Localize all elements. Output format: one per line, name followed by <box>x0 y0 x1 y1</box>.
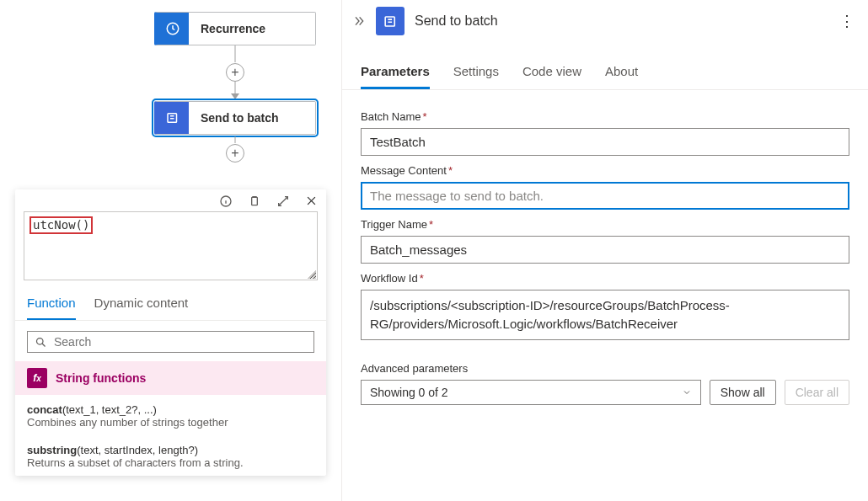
flyout-toolbar <box>15 189 326 211</box>
input-message-content[interactable]: The message to send to batch. <box>361 182 849 210</box>
label-trigger-name: Trigger Name* <box>361 218 849 231</box>
expand-icon[interactable] <box>276 195 290 208</box>
function-list: concat(text_1, text_2?, ...) Combines an… <box>15 395 326 476</box>
flyout-tabs: Function Dynamic content <box>15 287 326 321</box>
input-trigger-name[interactable]: Batch_messages <box>361 236 849 264</box>
function-item-concat[interactable]: concat(text_1, text_2?, ...) Combines an… <box>15 395 326 435</box>
label-batch-name: Batch Name* <box>361 110 849 123</box>
tab-about[interactable]: About <box>605 57 638 89</box>
search-input[interactable] <box>54 335 307 349</box>
category-string-functions[interactable]: fx String functions <box>15 361 326 395</box>
input-batch-name[interactable]: TestBatch <box>361 128 849 156</box>
add-step-button-2[interactable]: + <box>226 144 244 163</box>
search-input-wrapper[interactable] <box>27 331 314 353</box>
workflow-canvas[interactable]: Recurrence + Send to batch + <box>0 0 341 181</box>
fn-desc: Returns a subset of characters from a st… <box>27 456 314 469</box>
info-icon[interactable] <box>219 195 233 208</box>
panel-header: Send to batch ⋮ <box>342 0 868 42</box>
details-panel: Send to batch ⋮ Parameters Settings Code… <box>341 0 868 501</box>
node-label: Send to batch <box>189 111 307 125</box>
expression-flyout: utcNow() Function Dynamic content fx Str… <box>15 189 326 476</box>
label-advanced-parameters: Advanced parameters <box>361 362 849 375</box>
expression-text: utcNow() <box>29 216 93 234</box>
parameters-form: Batch Name* TestBatch Message Content* T… <box>342 90 868 405</box>
clear-all-button[interactable]: Clear all <box>785 380 849 405</box>
fn-name: substring <box>27 444 77 456</box>
svg-point-4 <box>37 338 44 344</box>
label-workflow-id: Workflow Id* <box>361 272 849 285</box>
fx-icon: fx <box>27 368 47 388</box>
tab-codeview[interactable]: Code view <box>522 57 581 89</box>
show-all-button[interactable]: Show all <box>710 380 776 405</box>
tab-dynamic-content[interactable]: Dynamic content <box>94 287 189 320</box>
arrowhead-icon <box>231 93 239 99</box>
resize-handle[interactable] <box>308 270 316 279</box>
collapse-panel-chevron-icon[interactable] <box>352 14 366 28</box>
node-label: Recurrence <box>189 22 307 35</box>
tab-function[interactable]: Function <box>27 287 76 320</box>
function-item-substring[interactable]: substring(text, startIndex, length?) Ret… <box>15 435 326 476</box>
add-step-button-1[interactable]: + <box>226 63 244 82</box>
tab-parameters[interactable]: Parameters <box>361 57 430 89</box>
advanced-dropdown[interactable]: Showing 0 of 2 <box>361 380 701 405</box>
fn-params: (text, startIndex, length?) <box>77 444 198 456</box>
clipboard-icon[interactable] <box>248 195 261 208</box>
fn-params: (text_1, text_2?, ...) <box>62 403 157 416</box>
node-recurrence[interactable]: Recurrence <box>154 12 316 45</box>
advanced-parameters-row: Showing 0 of 2 Show all Clear all <box>361 380 849 405</box>
connector-line <box>235 45 236 62</box>
svg-rect-3 <box>252 197 258 205</box>
label-message-content: Message Content* <box>361 164 849 177</box>
fn-desc: Combines any number of strings together <box>27 416 314 429</box>
expression-input[interactable]: utcNow() <box>24 211 318 280</box>
panel-title: Send to batch <box>415 13 829 29</box>
connector-line <box>235 136 236 143</box>
clock-icon <box>157 13 189 45</box>
advanced-showing: Showing 0 of 2 <box>370 386 448 399</box>
tab-settings[interactable]: Settings <box>453 57 499 89</box>
input-workflow-id[interactable]: /subscriptions/<subscription-ID>/resourc… <box>361 290 849 340</box>
search-icon <box>35 336 47 349</box>
chevron-down-icon <box>682 387 692 397</box>
category-label: String functions <box>56 371 146 385</box>
node-send-to-batch[interactable]: Send to batch <box>154 101 316 135</box>
close-icon[interactable] <box>305 195 318 208</box>
more-menu-icon[interactable]: ⋮ <box>839 12 855 30</box>
batch-icon <box>157 102 189 134</box>
batch-icon <box>376 7 405 35</box>
panel-tabs: Parameters Settings Code view About <box>342 57 868 90</box>
connector-line <box>235 82 236 93</box>
fn-name: concat <box>27 403 62 416</box>
